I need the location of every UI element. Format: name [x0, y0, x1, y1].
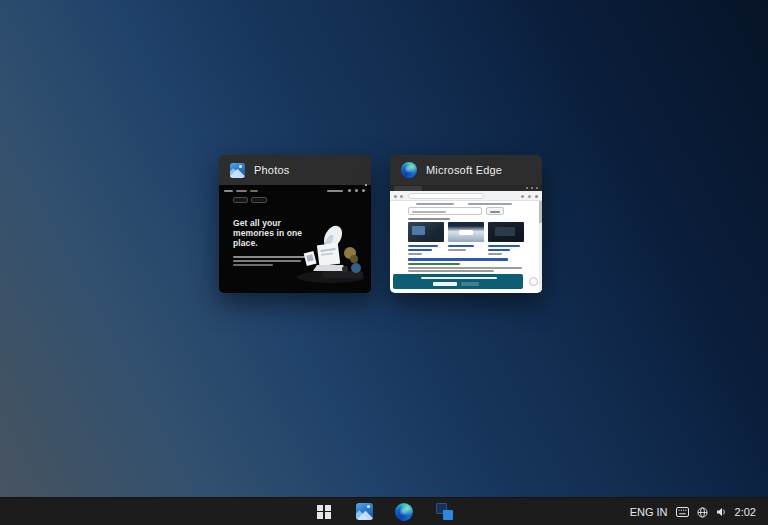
photos-icon: [356, 503, 373, 520]
edge-card-header: Microsoft Edge: [390, 155, 542, 185]
taskbar: ENG IN: [0, 497, 768, 525]
edge-video-thumb: [488, 222, 524, 242]
photos-illustration: [291, 225, 367, 285]
start-icon: [317, 505, 331, 519]
photos-icon: [230, 163, 245, 178]
edge-window-thumbnail: [390, 185, 542, 293]
edge-result-title: [408, 258, 508, 261]
photos-card-title: Photos: [254, 164, 289, 176]
keyboard-icon[interactable]: [676, 507, 689, 517]
edge-address-bar: [408, 193, 484, 199]
photos-filter-chip: [233, 197, 248, 203]
taskbar-photos-button[interactable]: [352, 500, 376, 524]
task-view-button[interactable]: [432, 500, 456, 524]
edge-video-thumb: [408, 222, 444, 242]
photos-card-header: Photos: [219, 155, 371, 185]
edge-feedback-button: [529, 277, 538, 286]
photos-menu-bar: [224, 190, 233, 192]
photos-toolbar-icons: [327, 190, 343, 192]
edge-banner-accept-button: [433, 282, 457, 286]
edge-icon: [401, 162, 417, 178]
edge-scrollbar-thumb: [539, 201, 542, 223]
desktop-wallpaper[interactable]: Photos Get all your memories in one plac…: [0, 0, 768, 525]
photos-filter-chip: [251, 197, 267, 203]
language-indicator[interactable]: ENG IN: [630, 506, 668, 518]
edge-notification-banner: [393, 274, 523, 289]
network-icon[interactable]: [697, 507, 708, 518]
edge-result-url: [408, 263, 460, 265]
start-button[interactable]: [312, 500, 336, 524]
edge-toolbar: [390, 191, 542, 201]
edge-nav-links: [416, 203, 454, 205]
edge-search-button: [486, 207, 504, 215]
edge-search-input: [408, 207, 482, 215]
edge-section-heading: [408, 218, 450, 220]
clock[interactable]: 2:02: [735, 506, 756, 518]
edge-video-thumb: [448, 222, 484, 242]
task-view-window-edge[interactable]: Microsoft Edge: [390, 155, 542, 293]
edge-card-title: Microsoft Edge: [426, 164, 502, 176]
edge-icon: [395, 503, 413, 521]
edge-banner-dismiss-button: [461, 282, 479, 286]
taskbar-edge-button[interactable]: [392, 500, 416, 524]
task-view-icon: [436, 503, 453, 520]
photos-window-thumbnail: Get all your memories in one place.: [219, 185, 371, 293]
volume-icon[interactable]: [716, 507, 727, 517]
system-tray: ENG IN: [630, 498, 768, 525]
task-view-window-photos[interactable]: Photos Get all your memories in one plac…: [219, 155, 371, 293]
